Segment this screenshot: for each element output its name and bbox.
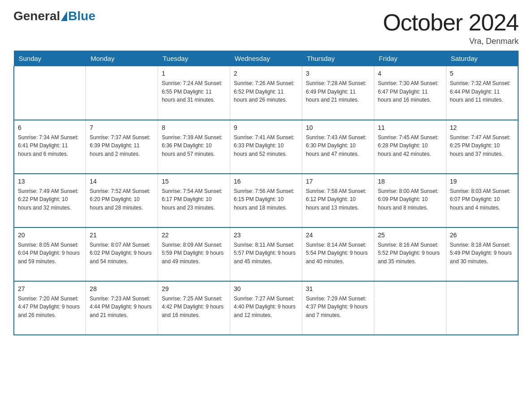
day-info: Sunrise: 7:24 AM Sunset: 6:55 PM Dayligh… xyxy=(162,79,226,104)
calendar-cell: 31Sunrise: 7:29 AM Sunset: 4:37 PM Dayli… xyxy=(302,281,374,335)
calendar-cell: 1Sunrise: 7:24 AM Sunset: 6:55 PM Daylig… xyxy=(158,66,230,120)
calendar-cell: 11Sunrise: 7:45 AM Sunset: 6:28 PM Dayli… xyxy=(374,120,446,174)
calendar-cell: 30Sunrise: 7:27 AM Sunset: 4:40 PM Dayli… xyxy=(230,281,302,335)
day-number: 18 xyxy=(378,177,442,186)
day-info: Sunrise: 7:28 AM Sunset: 6:49 PM Dayligh… xyxy=(306,79,370,104)
day-info: Sunrise: 7:52 AM Sunset: 6:20 PM Dayligh… xyxy=(90,187,154,212)
day-info: Sunrise: 7:23 AM Sunset: 4:44 PM Dayligh… xyxy=(90,295,154,320)
day-info: Sunrise: 7:54 AM Sunset: 6:17 PM Dayligh… xyxy=(162,187,226,212)
calendar-cell xyxy=(14,66,86,120)
day-number: 6 xyxy=(18,123,82,133)
day-info: Sunrise: 8:00 AM Sunset: 6:09 PM Dayligh… xyxy=(378,187,442,212)
day-info: Sunrise: 7:47 AM Sunset: 6:25 PM Dayligh… xyxy=(450,133,514,158)
calendar-week-row: 6Sunrise: 7:34 AM Sunset: 6:41 PM Daylig… xyxy=(14,120,518,174)
title-block: October 2024 Vra, Denmark xyxy=(383,9,519,46)
day-number: 31 xyxy=(306,284,370,294)
day-info: Sunrise: 7:32 AM Sunset: 6:44 PM Dayligh… xyxy=(450,79,514,104)
weekday-header-friday: Friday xyxy=(374,51,446,66)
day-info: Sunrise: 7:49 AM Sunset: 6:22 PM Dayligh… xyxy=(18,187,82,212)
day-number: 25 xyxy=(378,231,442,240)
day-info: Sunrise: 8:11 AM Sunset: 5:57 PM Dayligh… xyxy=(234,241,298,266)
calendar-cell: 4Sunrise: 7:30 AM Sunset: 6:47 PM Daylig… xyxy=(374,66,446,120)
day-number: 27 xyxy=(18,284,82,294)
day-number: 15 xyxy=(162,177,226,186)
logo-triangle-icon xyxy=(61,11,67,21)
calendar-cell: 28Sunrise: 7:23 AM Sunset: 4:44 PM Dayli… xyxy=(86,281,158,335)
calendar-cell: 17Sunrise: 7:58 AM Sunset: 6:12 PM Dayli… xyxy=(302,174,374,227)
day-number: 30 xyxy=(234,284,298,294)
calendar-cell: 14Sunrise: 7:52 AM Sunset: 6:20 PM Dayli… xyxy=(86,174,158,227)
day-info: Sunrise: 7:34 AM Sunset: 6:41 PM Dayligh… xyxy=(18,133,82,158)
calendar-cell: 8Sunrise: 7:39 AM Sunset: 6:36 PM Daylig… xyxy=(158,120,230,174)
weekday-header-wednesday: Wednesday xyxy=(230,51,302,66)
page-header: General Blue October 2024 Vra, Denmark xyxy=(13,9,519,46)
day-number: 1 xyxy=(162,69,226,78)
day-info: Sunrise: 7:29 AM Sunset: 4:37 PM Dayligh… xyxy=(306,295,370,320)
day-number: 13 xyxy=(18,177,82,186)
day-info: Sunrise: 7:25 AM Sunset: 4:42 PM Dayligh… xyxy=(162,295,226,320)
day-info: Sunrise: 7:39 AM Sunset: 6:36 PM Dayligh… xyxy=(162,133,226,158)
day-info: Sunrise: 7:41 AM Sunset: 6:33 PM Dayligh… xyxy=(234,133,298,158)
day-number: 20 xyxy=(18,231,82,240)
day-info: Sunrise: 7:37 AM Sunset: 6:39 PM Dayligh… xyxy=(90,133,154,158)
day-number: 11 xyxy=(378,123,442,133)
day-number: 19 xyxy=(450,177,514,186)
day-info: Sunrise: 7:27 AM Sunset: 4:40 PM Dayligh… xyxy=(234,295,298,320)
calendar-cell: 3Sunrise: 7:28 AM Sunset: 6:49 PM Daylig… xyxy=(302,66,374,120)
day-info: Sunrise: 7:26 AM Sunset: 6:52 PM Dayligh… xyxy=(234,79,298,104)
day-number: 9 xyxy=(234,123,298,133)
calendar-cell: 24Sunrise: 8:14 AM Sunset: 5:54 PM Dayli… xyxy=(302,227,374,281)
logo: General Blue xyxy=(13,9,95,23)
day-number: 22 xyxy=(162,231,226,240)
weekday-header-saturday: Saturday xyxy=(446,51,518,66)
day-info: Sunrise: 7:45 AM Sunset: 6:28 PM Dayligh… xyxy=(378,133,442,158)
weekday-header-thursday: Thursday xyxy=(302,51,374,66)
day-number: 12 xyxy=(450,123,514,133)
calendar-cell: 2Sunrise: 7:26 AM Sunset: 6:52 PM Daylig… xyxy=(230,66,302,120)
weekday-header-row: SundayMondayTuesdayWednesdayThursdayFrid… xyxy=(14,51,518,66)
day-info: Sunrise: 8:16 AM Sunset: 5:52 PM Dayligh… xyxy=(378,241,442,266)
day-number: 3 xyxy=(306,69,370,78)
calendar-cell: 27Sunrise: 7:20 AM Sunset: 4:47 PM Dayli… xyxy=(14,281,86,335)
calendar-cell: 23Sunrise: 8:11 AM Sunset: 5:57 PM Dayli… xyxy=(230,227,302,281)
calendar-cell: 16Sunrise: 7:56 AM Sunset: 6:15 PM Dayli… xyxy=(230,174,302,227)
day-number: 26 xyxy=(450,231,514,240)
calendar-cell: 29Sunrise: 7:25 AM Sunset: 4:42 PM Dayli… xyxy=(158,281,230,335)
month-title: October 2024 xyxy=(383,9,519,36)
calendar-cell xyxy=(446,281,518,335)
day-number: 8 xyxy=(162,123,226,133)
calendar-cell: 22Sunrise: 8:09 AM Sunset: 5:59 PM Dayli… xyxy=(158,227,230,281)
day-number: 7 xyxy=(90,123,154,133)
day-number: 24 xyxy=(306,231,370,240)
day-info: Sunrise: 7:43 AM Sunset: 6:30 PM Dayligh… xyxy=(306,133,370,158)
calendar-week-row: 20Sunrise: 8:05 AM Sunset: 6:04 PM Dayli… xyxy=(14,227,518,281)
calendar-cell: 6Sunrise: 7:34 AM Sunset: 6:41 PM Daylig… xyxy=(14,120,86,174)
calendar-cell: 26Sunrise: 8:18 AM Sunset: 5:49 PM Dayli… xyxy=(446,227,518,281)
calendar-cell xyxy=(374,281,446,335)
day-number: 16 xyxy=(234,177,298,186)
calendar-cell: 12Sunrise: 7:47 AM Sunset: 6:25 PM Dayli… xyxy=(446,120,518,174)
day-info: Sunrise: 8:05 AM Sunset: 6:04 PM Dayligh… xyxy=(18,241,82,266)
day-info: Sunrise: 7:58 AM Sunset: 6:12 PM Dayligh… xyxy=(306,187,370,212)
calendar-cell: 13Sunrise: 7:49 AM Sunset: 6:22 PM Dayli… xyxy=(14,174,86,227)
day-number: 21 xyxy=(90,231,154,240)
calendar-cell xyxy=(86,66,158,120)
calendar-cell: 5Sunrise: 7:32 AM Sunset: 6:44 PM Daylig… xyxy=(446,66,518,120)
weekday-header-sunday: Sunday xyxy=(14,51,86,66)
day-number: 14 xyxy=(90,177,154,186)
day-info: Sunrise: 8:07 AM Sunset: 6:02 PM Dayligh… xyxy=(90,241,154,266)
day-info: Sunrise: 8:03 AM Sunset: 6:07 PM Dayligh… xyxy=(450,187,514,212)
calendar-cell: 19Sunrise: 8:03 AM Sunset: 6:07 PM Dayli… xyxy=(446,174,518,227)
calendar-cell: 7Sunrise: 7:37 AM Sunset: 6:39 PM Daylig… xyxy=(86,120,158,174)
logo-blue-text: Blue xyxy=(68,9,95,23)
calendar-cell: 10Sunrise: 7:43 AM Sunset: 6:30 PM Dayli… xyxy=(302,120,374,174)
day-number: 17 xyxy=(306,177,370,186)
day-number: 28 xyxy=(90,284,154,294)
calendar-table: SundayMondayTuesdayWednesdayThursdayFrid… xyxy=(13,51,519,335)
day-info: Sunrise: 8:14 AM Sunset: 5:54 PM Dayligh… xyxy=(306,241,370,266)
calendar-week-row: 1Sunrise: 7:24 AM Sunset: 6:55 PM Daylig… xyxy=(14,66,518,120)
calendar-cell: 25Sunrise: 8:16 AM Sunset: 5:52 PM Dayli… xyxy=(374,227,446,281)
calendar-week-row: 13Sunrise: 7:49 AM Sunset: 6:22 PM Dayli… xyxy=(14,174,518,227)
logo-general-text: General xyxy=(13,9,60,23)
day-info: Sunrise: 7:56 AM Sunset: 6:15 PM Dayligh… xyxy=(234,187,298,212)
